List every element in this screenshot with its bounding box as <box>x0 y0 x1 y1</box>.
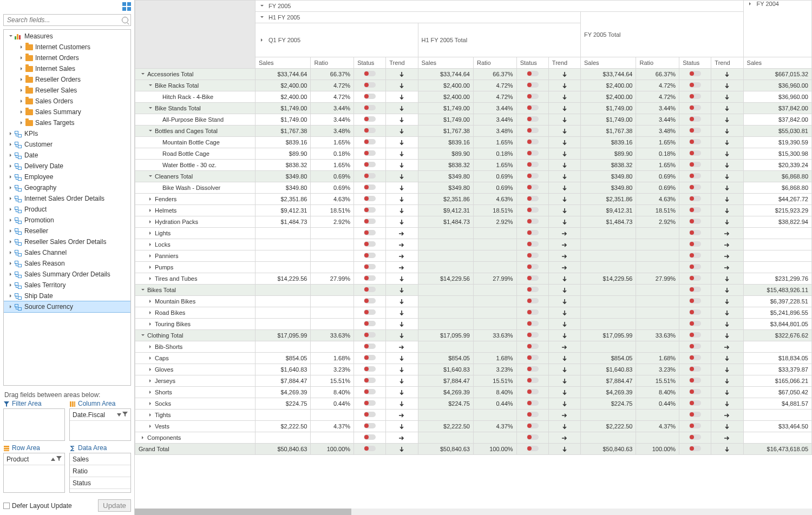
chevron-right-icon[interactable] <box>147 379 154 383</box>
row-header[interactable]: Accessories Total <box>135 69 256 80</box>
row-header[interactable]: Vests <box>135 421 256 432</box>
row-header[interactable]: Shorts <box>135 387 256 398</box>
row-header[interactable]: Lights <box>135 228 256 239</box>
sort-asc-icon[interactable] <box>51 458 55 461</box>
chevron-down-icon[interactable] <box>147 129 154 133</box>
horizontal-scrollbar[interactable] <box>135 509 812 515</box>
data-pill[interactable]: Status <box>70 477 130 489</box>
chevron-down-icon[interactable] <box>140 72 146 76</box>
measure-header[interactable]: Status <box>516 57 548 69</box>
tree-item[interactable]: Internet Sales <box>4 63 130 74</box>
chevron-right-icon[interactable] <box>147 311 154 315</box>
row-header[interactable]: Water Bottle - 30 oz. <box>135 160 256 171</box>
row-header[interactable]: Tights <box>135 410 256 421</box>
tree-item[interactable]: Sales Reason <box>4 258 130 269</box>
chevron-right-icon[interactable] <box>19 66 24 71</box>
chevron-right-icon[interactable] <box>19 44 24 50</box>
chevron-right-icon[interactable] <box>8 131 14 136</box>
chevron-right-icon[interactable] <box>147 356 154 360</box>
data-pill[interactable]: Sales <box>70 453 130 465</box>
tree-item[interactable]: Customer <box>4 139 130 150</box>
row-header[interactable]: Bike Racks Total <box>135 80 256 91</box>
row-header[interactable]: Bottles and Cages Total <box>135 126 256 137</box>
chevron-right-icon[interactable] <box>8 304 14 309</box>
row-header[interactable]: Mountain Bottle Cage <box>135 137 256 148</box>
chevron-down-icon[interactable] <box>259 15 265 19</box>
measure-header[interactable]: Status <box>354 57 386 69</box>
row-header[interactable]: Components <box>135 432 256 444</box>
tree-item[interactable]: Sales Channel <box>4 247 130 258</box>
tree-item[interactable]: Internet Orders <box>4 52 130 63</box>
chevron-right-icon[interactable] <box>8 207 14 212</box>
chevron-right-icon[interactable] <box>147 424 154 428</box>
chevron-right-icon[interactable] <box>747 2 754 6</box>
tree-item[interactable]: Reseller <box>4 226 130 236</box>
measure-header[interactable]: Sales <box>743 57 811 69</box>
tree-item[interactable]: Reseller Orders <box>4 74 130 85</box>
measure-header[interactable]: Sales <box>255 57 310 69</box>
row-header[interactable]: Panniers <box>135 250 256 262</box>
tree-item[interactable]: Ship Date <box>4 290 130 301</box>
chevron-right-icon[interactable] <box>8 250 14 255</box>
sort-desc-icon[interactable] <box>117 413 121 417</box>
filter-small-icon[interactable] <box>122 411 128 419</box>
row-area-box[interactable]: Product <box>3 453 65 493</box>
tree-item[interactable]: Promotion <box>4 215 130 226</box>
row-header[interactable]: Pumps <box>135 262 256 273</box>
chevron-right-icon[interactable] <box>147 254 154 258</box>
row-header[interactable]: Hydration Packs <box>135 216 256 228</box>
chevron-right-icon[interactable] <box>147 208 154 213</box>
chevron-down-icon[interactable] <box>140 288 146 292</box>
update-button[interactable]: Update <box>98 499 131 512</box>
chevron-right-icon[interactable] <box>147 265 154 269</box>
column-area-box[interactable]: Date.Fiscal <box>69 408 131 441</box>
chevron-right-icon[interactable] <box>147 220 154 224</box>
row-header[interactable]: Clothing Total <box>135 330 256 341</box>
row-header[interactable]: Bikes Total <box>135 285 256 296</box>
field-tree[interactable]: Measures Internet Customers Internet Ord… <box>3 29 131 386</box>
row-header[interactable]: Locks <box>135 239 256 250</box>
chevron-right-icon[interactable] <box>259 38 265 42</box>
chevron-right-icon[interactable] <box>147 413 154 417</box>
tree-item[interactable]: Measures <box>4 31 130 42</box>
measure-header[interactable]: Sales <box>418 57 473 69</box>
chevron-right-icon[interactable] <box>147 299 154 303</box>
chevron-right-icon[interactable] <box>8 272 14 277</box>
row-header[interactable]: Tires and Tubes <box>135 273 256 285</box>
chevron-down-icon[interactable] <box>147 83 154 88</box>
chevron-down-icon[interactable] <box>147 174 154 179</box>
tree-item[interactable]: Internet Customers <box>4 42 130 52</box>
chevron-right-icon[interactable] <box>19 109 24 115</box>
data-pill[interactable]: Ratio <box>70 465 130 477</box>
measure-header[interactable]: Ratio <box>636 57 679 69</box>
measure-header[interactable]: Trend <box>711 57 743 69</box>
measure-header[interactable]: Trend <box>548 57 580 69</box>
chevron-right-icon[interactable] <box>8 142 14 147</box>
tree-item[interactable]: Date <box>4 150 130 161</box>
chevron-right-icon[interactable] <box>147 322 154 326</box>
row-header[interactable]: Helmets <box>135 205 256 216</box>
row-header[interactable]: Cleaners Total <box>135 171 256 182</box>
chevron-right-icon[interactable] <box>8 261 14 266</box>
row-header[interactable]: Fenders <box>135 194 256 205</box>
col-fy2005[interactable]: FY 2005 <box>269 3 291 9</box>
row-header[interactable]: Bike Stands Total <box>135 103 256 114</box>
chevron-right-icon[interactable] <box>8 163 14 169</box>
chevron-right-icon[interactable] <box>19 98 24 104</box>
chevron-right-icon[interactable] <box>8 239 14 245</box>
col-h1-fy2005[interactable]: H1 FY 2005 <box>269 14 300 21</box>
row-header[interactable]: Road Bottle Cage <box>135 148 256 160</box>
tree-item[interactable]: KPIs <box>4 128 130 139</box>
row-header[interactable]: Road Bikes <box>135 307 256 319</box>
tree-item[interactable]: Geography <box>4 182 130 193</box>
defer-layout-checkbox[interactable] <box>3 503 10 509</box>
row-header[interactable]: Touring Bikes <box>135 319 256 330</box>
measure-header[interactable]: Ratio <box>473 57 516 69</box>
col-q1-fy2005[interactable]: Q1 FY 2005 <box>269 37 300 43</box>
chevron-right-icon[interactable] <box>8 196 14 201</box>
chevron-right-icon[interactable] <box>147 345 154 349</box>
search-input[interactable] <box>6 16 122 24</box>
row-pill-product[interactable]: Product <box>4 453 64 465</box>
row-header[interactable]: Bike Wash - Dissolver <box>135 182 256 194</box>
tree-item[interactable]: Sales Summary Order Details <box>4 269 130 280</box>
